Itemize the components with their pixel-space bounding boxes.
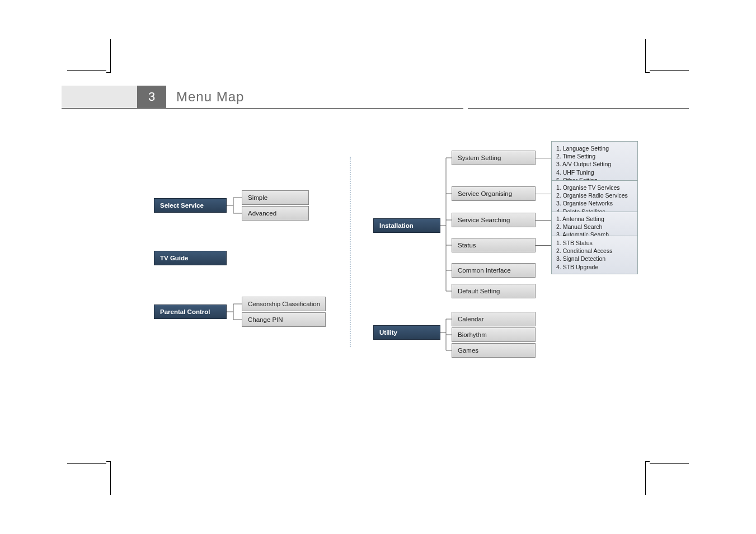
connector (440, 312, 454, 362)
submenu-simple: Simple (242, 190, 309, 205)
menu-parental-control: Parental Control (154, 305, 227, 319)
detail-item: 1. STB Status (556, 239, 633, 247)
detail-item: 4. UHF Tuning (556, 168, 633, 176)
submenu-biorhythm: Biorhythm (452, 327, 536, 342)
menu-select-service: Select Service (154, 198, 227, 213)
crop-mark (645, 461, 650, 495)
connector (536, 220, 551, 221)
detail-item: 1. Language Setting (556, 144, 633, 152)
connector (536, 245, 551, 246)
detail-item: 2. Manual Search (556, 223, 633, 231)
submenu-service-searching: Service Searching (452, 213, 536, 227)
submenu-advanced: Advanced (242, 206, 309, 221)
submenu-status: Status (452, 238, 536, 252)
detail-item: 1. Organise TV Services (556, 184, 633, 191)
column-divider (350, 157, 351, 347)
crop-mark (67, 460, 106, 464)
detail-item: 2. Conditional Access (556, 247, 633, 255)
connector (227, 190, 243, 224)
header-gap (463, 86, 468, 109)
crop-mark (106, 461, 111, 495)
menu-tv-guide: TV Guide (154, 251, 227, 265)
submenu-service-organising: Service Organising (452, 186, 536, 201)
header-band: 3 Menu Map (62, 86, 689, 108)
detail-item: 4. STB Upgrade (556, 263, 633, 271)
header-accent (62, 86, 137, 108)
page: 3 Menu Map Select Service Simple Advance… (0, 0, 756, 534)
submenu-default-setting: Default Setting (452, 284, 536, 298)
detail-item: 3. Signal Detection (556, 255, 633, 263)
connector (227, 297, 243, 330)
crop-mark (106, 39, 111, 73)
detail-status: 1. STB Status 2. Conditional Access 3. S… (551, 236, 638, 274)
menu-utility: Utility (373, 325, 440, 340)
submenu-calendar: Calendar (452, 312, 536, 326)
detail-item: 2. Organise Radio Services (556, 191, 633, 199)
crop-mark (650, 70, 689, 74)
connector (536, 158, 551, 158)
crop-mark (645, 39, 650, 73)
connector (440, 151, 454, 302)
chapter-number: 3 (137, 86, 166, 108)
detail-item: 3. Organise Networks (556, 199, 633, 207)
header-rule (62, 108, 689, 109)
crop-mark (650, 460, 689, 464)
menu-installation: Installation (373, 218, 440, 233)
connector (536, 194, 551, 194)
page-title: Menu Map (176, 86, 244, 108)
crop-mark (67, 70, 106, 74)
submenu-system-setting: System Setting (452, 151, 536, 165)
submenu-games: Games (452, 343, 536, 358)
submenu-change-pin: Change PIN (242, 312, 326, 327)
detail-item: 1. Antenna Setting (556, 215, 633, 223)
detail-item: 2. Time Setting (556, 152, 633, 160)
submenu-censorship: Censorship Classification (242, 297, 326, 311)
detail-item: 3. A/V Output Setting (556, 160, 633, 168)
submenu-common-interface: Common Interface (452, 263, 536, 278)
